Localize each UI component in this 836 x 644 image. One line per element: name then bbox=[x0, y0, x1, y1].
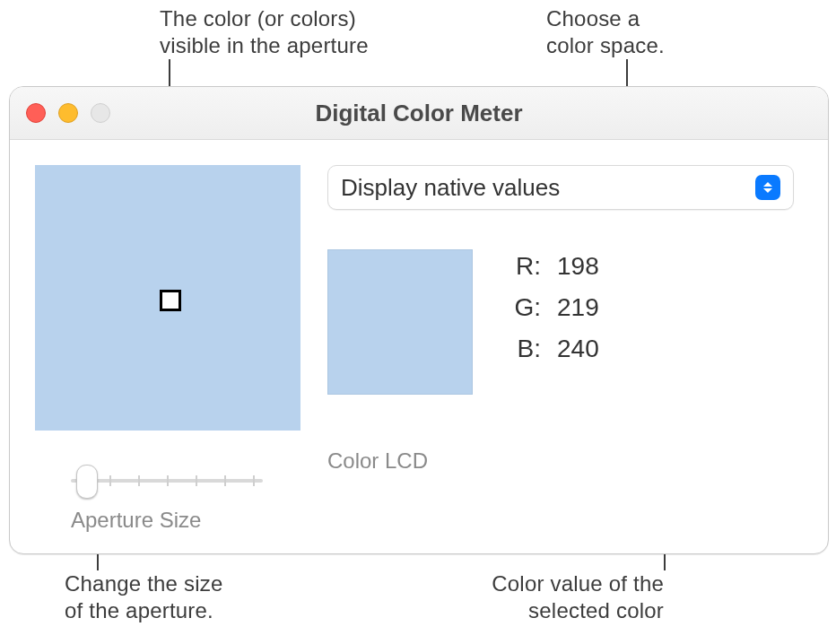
rgb-row-g: G: 219 bbox=[505, 287, 611, 328]
aperture-size-control: Aperture Size bbox=[71, 470, 263, 533]
slider-tick bbox=[196, 475, 197, 486]
aperture-size-slider[interactable] bbox=[71, 470, 263, 492]
aperture-reticle-icon bbox=[160, 290, 181, 311]
rgb-row-b: B: 240 bbox=[505, 328, 611, 370]
callout-aperture-size: Change the sizeof the aperture. bbox=[65, 570, 222, 624]
aperture-size-label: Aperture Size bbox=[71, 508, 263, 533]
g-value: 219 bbox=[557, 287, 611, 328]
slider-tick bbox=[167, 475, 169, 486]
close-icon[interactable] bbox=[26, 103, 46, 123]
traffic-lights bbox=[26, 87, 110, 139]
window-title: Digital Color Meter bbox=[315, 100, 522, 127]
slider-tick bbox=[224, 475, 226, 486]
zoom-icon[interactable] bbox=[91, 103, 110, 123]
rgb-row-r: R: 198 bbox=[505, 246, 611, 287]
callout-color-space: Choose acolor space. bbox=[546, 5, 665, 59]
titlebar[interactable]: Digital Color Meter bbox=[10, 87, 828, 140]
b-label: B: bbox=[505, 328, 541, 370]
callout-color-value: Color value of theselected color bbox=[413, 570, 664, 624]
slider-knob[interactable] bbox=[76, 465, 98, 499]
slider-tick bbox=[138, 475, 140, 486]
b-value: 240 bbox=[557, 328, 611, 370]
display-profile-label: Color LCD bbox=[327, 448, 428, 474]
slider-tick bbox=[253, 475, 255, 486]
slider-tick bbox=[109, 475, 111, 486]
color-space-selected: Display native values bbox=[341, 174, 755, 202]
color-space-popup[interactable]: Display native values bbox=[327, 165, 794, 210]
popup-arrows-icon bbox=[755, 175, 780, 200]
color-swatch bbox=[327, 249, 473, 395]
minimize-icon[interactable] bbox=[58, 103, 78, 123]
aperture-preview bbox=[35, 165, 300, 431]
r-label: R: bbox=[505, 246, 541, 287]
window-content: Aperture Size Display native values R: 1… bbox=[10, 140, 828, 554]
rgb-readout: R: 198 G: 219 B: 240 bbox=[505, 246, 611, 370]
callout-aperture-preview: The color (or colors)visible in the aper… bbox=[160, 5, 429, 59]
r-value: 198 bbox=[557, 246, 611, 287]
g-label: G: bbox=[505, 287, 541, 328]
app-window: Digital Color Meter Aperture Size bbox=[9, 86, 829, 554]
